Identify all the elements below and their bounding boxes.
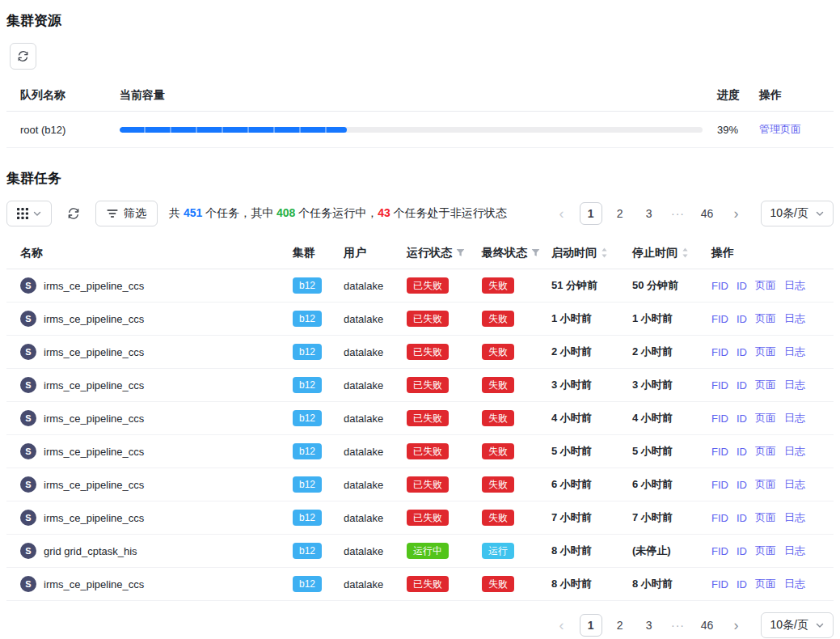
sorter-icon[interactable] xyxy=(601,248,608,258)
cluster-tag: b12 xyxy=(293,311,322,327)
pagination-next[interactable]: › xyxy=(725,202,748,225)
page: 集群资源 队列名称 当前容量 进度 操作 root (b12) xyxy=(0,0,840,638)
pagination-ellipsis[interactable]: ··· xyxy=(667,614,690,637)
column-header-label: 进度 xyxy=(717,88,740,103)
action-link-log[interactable]: 日志 xyxy=(784,477,805,492)
avatar: S xyxy=(20,410,36,426)
action-link-page[interactable]: 页面 xyxy=(755,311,776,326)
action-link-id[interactable]: ID xyxy=(737,479,747,491)
action-link-id[interactable]: ID xyxy=(737,512,747,524)
action-link-id[interactable]: ID xyxy=(737,313,747,325)
action-link-log[interactable]: 日志 xyxy=(784,577,805,591)
sorter-icon[interactable] xyxy=(682,248,689,258)
action-link-id[interactable]: ID xyxy=(737,545,747,557)
pagination-next[interactable]: › xyxy=(725,614,748,637)
pagination-prev[interactable]: ‹ xyxy=(551,202,573,225)
refresh-tasks-button[interactable] xyxy=(63,201,84,226)
column-header-user: 用户 xyxy=(344,237,407,269)
action-link-log[interactable]: 日志 xyxy=(784,378,805,392)
filter-icon[interactable] xyxy=(531,248,540,257)
action-link-fid[interactable]: FID xyxy=(711,578,728,590)
action-link-fid[interactable]: FID xyxy=(711,346,728,358)
run-status-badge: 已失败 xyxy=(407,277,449,294)
action-link-id[interactable]: ID xyxy=(737,413,747,425)
start-time: 1 小时前 xyxy=(551,303,632,335)
cluster-tag: b12 xyxy=(293,543,322,559)
chevron-down-icon xyxy=(816,211,824,217)
action-link-log[interactable]: 日志 xyxy=(784,444,805,459)
refresh-resources-button[interactable] xyxy=(10,43,36,70)
column-header-label: 名称 xyxy=(20,246,43,260)
run-status-badge: 已失败 xyxy=(407,510,449,526)
action-link-log[interactable]: 日志 xyxy=(784,544,805,558)
action-link-log[interactable]: 日志 xyxy=(784,278,805,293)
page-size-select[interactable]: 10条/页 xyxy=(761,612,834,638)
pagination-prev[interactable]: ‹ xyxy=(551,614,573,637)
action-link-id[interactable]: ID xyxy=(737,379,747,391)
action-link-fid[interactable]: FID xyxy=(711,545,728,557)
pagination: ‹123···46› xyxy=(551,202,748,225)
final-status-badge: 失败 xyxy=(482,311,514,327)
action-link-fid[interactable]: FID xyxy=(711,446,728,458)
action-link-page[interactable]: 页面 xyxy=(755,345,776,359)
action-link-log[interactable]: 日志 xyxy=(784,311,805,326)
action-link-page[interactable]: 页面 xyxy=(755,378,776,392)
pagination-page-3[interactable]: 3 xyxy=(638,614,661,637)
start-time: 3 小时前 xyxy=(551,369,632,401)
action-link-fid[interactable]: FID xyxy=(711,512,728,524)
pagination-page-1[interactable]: 1 xyxy=(580,202,602,225)
action-link-fid[interactable]: FID xyxy=(711,479,728,491)
cluster-resources-section: 集群资源 队列名称 当前容量 进度 操作 root (b12) xyxy=(6,11,834,148)
user-name: datalake xyxy=(344,303,407,335)
action-link-fid[interactable]: FID xyxy=(711,280,728,292)
pagination-ellipsis[interactable]: ··· xyxy=(667,202,690,225)
task-summary: 共 451 个任务，其中 408 个任务运行中，43 个任务处于非运行状态 xyxy=(169,206,507,221)
action-link-log[interactable]: 日志 xyxy=(784,345,805,359)
column-header-start-time: 启动时间 xyxy=(551,237,632,269)
filter-icon[interactable] xyxy=(456,248,465,257)
tasks-toolbar: 筛选 共 451 个任务，其中 408 个任务运行中，43 个任务处于非运行状态… xyxy=(6,201,834,226)
column-header-label: 操作 xyxy=(711,246,734,260)
cluster-tag: b12 xyxy=(293,443,322,459)
user-name: datalake xyxy=(344,435,407,468)
action-link-log[interactable]: 日志 xyxy=(784,411,805,425)
action-link-page[interactable]: 页面 xyxy=(755,510,776,525)
action-link-page[interactable]: 页面 xyxy=(755,577,776,591)
action-link-page[interactable]: 页面 xyxy=(755,411,776,425)
action-link-id[interactable]: ID xyxy=(737,346,747,358)
pagination-page-46[interactable]: 46 xyxy=(696,614,719,637)
column-header-label: 当前容量 xyxy=(120,88,165,103)
action-link-page[interactable]: 页面 xyxy=(755,544,776,558)
filter-button[interactable]: 筛选 xyxy=(95,201,158,226)
pagination-page-2[interactable]: 2 xyxy=(609,202,631,225)
action-link-page[interactable]: 页面 xyxy=(755,477,776,492)
action-link-id[interactable]: ID xyxy=(737,578,747,590)
column-header-actions: 操作 xyxy=(711,237,834,269)
start-time: 7 小时前 xyxy=(551,501,632,534)
action-link-fid[interactable]: FID xyxy=(711,379,728,391)
pagination-page-2[interactable]: 2 xyxy=(609,614,631,637)
pagination-page-1[interactable]: 1 xyxy=(580,614,602,637)
action-link-page[interactable]: 页面 xyxy=(755,278,776,293)
column-header-label: 队列名称 xyxy=(20,88,65,103)
column-header-label: 停止时间 xyxy=(632,246,677,260)
start-time: 4 小时前 xyxy=(551,402,632,434)
action-link-fid[interactable]: FID xyxy=(711,413,728,425)
page-size-select[interactable]: 10条/页 xyxy=(761,201,834,226)
manage-page-link[interactable]: 管理页面 xyxy=(759,122,801,137)
action-link-id[interactable]: ID xyxy=(737,446,747,458)
avatar: S xyxy=(20,576,36,592)
progress-percentage: 39% xyxy=(717,112,759,147)
pagination-page-3[interactable]: 3 xyxy=(638,202,661,225)
table-row: Sirms_ce_pipeline_ccsb12datalake已失败失败2 小… xyxy=(6,336,834,369)
pagination-page-46[interactable]: 46 xyxy=(696,202,719,225)
action-link-fid[interactable]: FID xyxy=(711,313,728,325)
task-name: irms_ce_pipeline_ccs xyxy=(44,446,144,458)
action-link-log[interactable]: 日志 xyxy=(784,510,805,525)
action-link-page[interactable]: 页面 xyxy=(755,444,776,459)
action-link-id[interactable]: ID xyxy=(737,280,747,292)
pagination: ‹123···46› xyxy=(551,614,748,637)
column-settings-button[interactable] xyxy=(6,201,52,226)
chevron-down-icon xyxy=(33,211,41,217)
column-header-label: 操作 xyxy=(759,88,782,103)
